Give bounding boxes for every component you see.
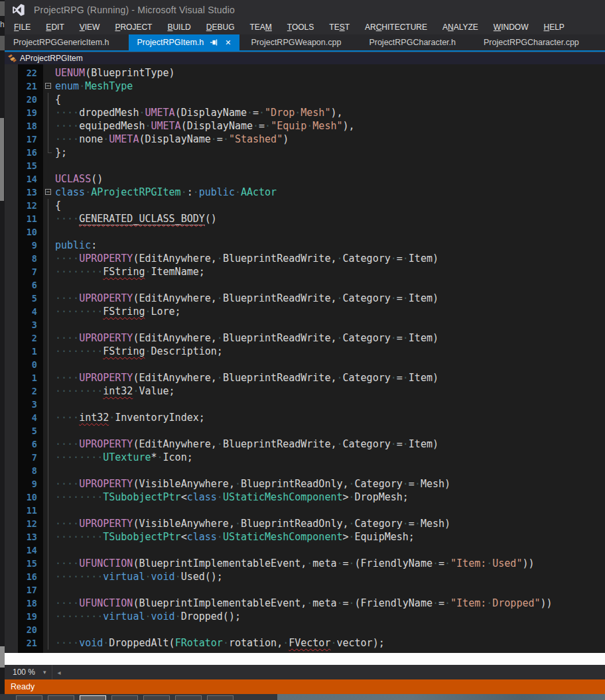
line-number[interactable]: 4 — [5, 411, 43, 424]
code-line[interactable]: 6 — [5, 278, 605, 292]
code-line[interactable]: 19····dropedMesh·UMETA(DisplayName·=·"Dr… — [5, 106, 605, 119]
code-line[interactable]: 14UCLASS() — [5, 172, 605, 186]
line-number[interactable]: 12 — [5, 517, 43, 530]
code-line[interactable]: 11····GENERATED_UCLASS_BODY() — [5, 212, 605, 225]
code-line[interactable]: 17····none·UMETA(DisplayName·=·"Stashed"… — [5, 133, 605, 146]
menu-item-tools[interactable]: TOOLS — [287, 23, 314, 32]
tab-projectrpgcharacter-h[interactable]: ProjectRPGCharacter.h — [360, 34, 464, 50]
taskbar-button[interactable] — [143, 695, 170, 700]
code-line[interactable]: 1····UPROPERTY(EditAnywhere,·BlueprintRe… — [5, 371, 605, 384]
menu-item-project[interactable]: PROJECT — [115, 23, 152, 32]
code-line[interactable]: 13−class·AProjectRPGItem·:·public·AActor — [5, 186, 605, 199]
line-number[interactable]: 20 — [5, 93, 43, 106]
code-line[interactable]: 21−enum·MeshType — [5, 80, 605, 93]
line-number[interactable]: 13 — [5, 186, 43, 199]
code-line[interactable]: 20 — [5, 623, 605, 636]
pin-icon[interactable] — [210, 38, 218, 46]
taskbar-button[interactable] — [80, 695, 106, 700]
code-line[interactable]: 2····UPROPERTY(EditAnywhere,·BlueprintRe… — [5, 331, 605, 345]
line-number[interactable]: 19 — [5, 106, 43, 119]
line-number[interactable]: 6 — [5, 278, 43, 292]
line-number[interactable]: 6 — [5, 438, 43, 451]
taskbar-button[interactable] — [175, 695, 202, 700]
line-number[interactable]: 14 — [5, 544, 43, 557]
line-number[interactable]: 16 — [5, 570, 43, 583]
code-line[interactable]: 17 — [5, 583, 605, 597]
code-line[interactable]: 8····UPROPERTY(EditAnywhere,·BlueprintRe… — [5, 252, 605, 265]
line-number[interactable]: 7 — [5, 451, 43, 464]
line-number[interactable]: 15 — [5, 159, 43, 172]
line-number[interactable]: 10 — [5, 225, 43, 239]
line-number[interactable]: 5 — [5, 424, 43, 438]
code-line[interactable]: 12{ — [5, 199, 605, 212]
code-line[interactable]: 3 — [5, 318, 605, 331]
code-line[interactable]: 12····UPROPERTY(VisibleAnywhere,·Bluepri… — [5, 517, 605, 530]
code-line[interactable]: 0 — [5, 358, 605, 371]
line-number[interactable]: 2 — [5, 384, 43, 398]
line-number[interactable]: 7 — [5, 265, 43, 278]
code-line[interactable]: 2········int32·Value; — [5, 384, 605, 398]
tab-projectrpgcharacter-cpp[interactable]: ProjectRPGCharacter.cpp — [475, 34, 588, 50]
line-number[interactable]: 18 — [5, 597, 43, 610]
line-number[interactable]: 21 — [5, 636, 43, 650]
taskbar-button[interactable] — [207, 695, 234, 700]
collapse-box-icon[interactable]: − — [45, 83, 51, 89]
navigation-bar[interactable]: AProjectRPGItem — [5, 52, 605, 64]
line-number[interactable]: 14 — [5, 172, 43, 186]
code-line[interactable]: 9public: — [5, 239, 605, 252]
line-number[interactable]: 22 — [5, 66, 43, 80]
close-icon[interactable]: ✕ — [225, 38, 231, 47]
menu-item-view[interactable]: VIEW — [80, 23, 100, 32]
code-line[interactable]: 10 — [5, 225, 605, 239]
menu-item-team[interactable]: TEAM — [249, 23, 271, 32]
windows-taskbar[interactable] — [0, 694, 605, 700]
line-number[interactable]: 1 — [5, 371, 43, 384]
code-line[interactable]: 5 — [5, 424, 605, 438]
code-line[interactable]: 20{ — [5, 93, 605, 106]
code-line[interactable]: 8 — [5, 464, 605, 477]
code-line[interactable]: 3 — [5, 398, 605, 411]
collapse-box-icon[interactable]: − — [45, 189, 51, 195]
menu-item-analyze[interactable]: ANALYZE — [442, 23, 478, 32]
taskbar-button[interactable] — [111, 695, 138, 700]
taskbar-button[interactable] — [16, 695, 42, 700]
code-line[interactable]: 9····UPROPERTY(VisibleAnywhere,·Blueprin… — [5, 477, 605, 491]
line-number[interactable]: 16 — [5, 146, 43, 159]
menu-item-architecture[interactable]: ARCHITECTURE — [365, 23, 427, 32]
line-number[interactable]: 17 — [5, 133, 43, 146]
line-number[interactable]: 9 — [5, 477, 43, 491]
line-number[interactable]: 15 — [5, 557, 43, 570]
line-number[interactable]: 3 — [5, 318, 43, 331]
line-number[interactable]: 0 — [5, 358, 43, 371]
code-line[interactable]: 21····void·DroppedAlt(FRotator·rotation,… — [5, 636, 605, 650]
code-line[interactable]: 4········FString·Lore; — [5, 305, 605, 318]
line-number[interactable]: 5 — [5, 292, 43, 305]
line-number[interactable]: 2 — [5, 331, 43, 345]
line-number[interactable]: 3 — [5, 398, 43, 411]
menu-item-test[interactable]: TEST — [329, 23, 350, 32]
code-line[interactable]: 11 — [5, 504, 605, 517]
menu-item-window[interactable]: WINDOW — [494, 23, 529, 32]
line-number[interactable]: 10 — [5, 491, 43, 504]
line-number[interactable]: 8 — [5, 252, 43, 265]
line-number[interactable]: 11 — [5, 212, 43, 225]
scroll-left-arrow-icon[interactable]: ◂ — [58, 669, 61, 676]
line-number[interactable]: 4 — [5, 305, 43, 318]
zoom-level-dropdown[interactable]: 100 % ▾ — [5, 665, 52, 679]
tab-projectrpgitem-h[interactable]: ProjectRPGItem.h✕ — [129, 34, 240, 50]
code-line[interactable]: 16}; — [5, 146, 605, 159]
line-number[interactable]: 19 — [5, 610, 43, 623]
line-number[interactable]: 1 — [5, 345, 43, 358]
code-line[interactable]: 6····UPROPERTY(EditAnywhere,·BlueprintRe… — [5, 438, 605, 451]
line-number[interactable]: 13 — [5, 530, 43, 544]
line-number[interactable]: 17 — [5, 583, 43, 597]
line-number[interactable]: 11 — [5, 504, 43, 517]
code-line[interactable]: 1········FString·Description; — [5, 345, 605, 358]
breadcrumb[interactable]: AProjectRPGItem — [20, 54, 83, 63]
code-line[interactable]: 15····UFUNCTION(BlueprintImplementableEv… — [5, 557, 605, 570]
line-number[interactable]: 21 — [5, 80, 43, 93]
code-editor[interactable]: 22UENUM(BlueprintType)21−enum·MeshType20… — [5, 64, 605, 653]
line-number[interactable]: 12 — [5, 199, 43, 212]
menu-item-file[interactable]: FILE — [14, 23, 31, 32]
menu-item-build[interactable]: BUILD — [167, 23, 190, 32]
